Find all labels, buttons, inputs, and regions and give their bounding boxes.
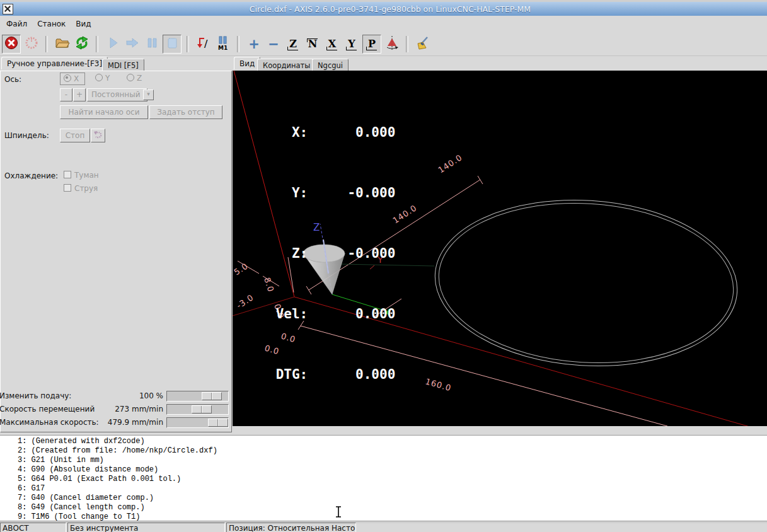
jog-speed-handle[interactable] xyxy=(192,405,212,413)
view-x-icon: X xyxy=(326,38,338,50)
gcode-line[interactable]: 3: G21 (Unit in mm) xyxy=(0,456,767,465)
jog-mode-dropdown-arrow-icon[interactable]: ▾ xyxy=(143,90,154,100)
feed-override-value: 100 % xyxy=(139,391,163,400)
tab-ngcgui[interactable]: Ngcgui xyxy=(312,59,349,71)
home-axis-button[interactable]: Найти начало оси xyxy=(60,105,148,119)
flood-checkbox-label: Струя xyxy=(74,184,98,193)
toolbar-separator xyxy=(96,36,98,52)
view-y-button[interactable]: Y xyxy=(343,35,360,53)
spindle-brake-button[interactable] xyxy=(91,129,105,142)
zoom-in-button[interactable]: + xyxy=(245,35,263,53)
tab-ngcgui-label: Ngcgui xyxy=(318,61,343,70)
preview-plot[interactable]: X Y Z 140.0 140.0 160.0 5.0 8.0 -3.0 0.0… xyxy=(233,71,767,426)
jog-mode-select[interactable]: Постоянный xyxy=(87,88,147,101)
view-x-button[interactable]: X xyxy=(323,35,341,53)
axis-radio-z[interactable]: Z xyxy=(127,74,142,83)
feed-override-slider[interactable] xyxy=(166,391,229,402)
gcode-line[interactable]: 7: G40 (Cancel diameter comp.) xyxy=(0,494,767,503)
manual-control-panel: Ось: X Y Z - + Постоянный ▾ Найти начало… xyxy=(0,71,232,432)
feed-override-label: Изменить подачу: xyxy=(0,391,71,400)
dimension-label: -3.0 xyxy=(234,292,255,311)
title-bar[interactable]: Circle.dxf - AXIS 2.6.0-pre0-3741-ge980c… xyxy=(0,2,767,16)
menu-view[interactable]: Вид xyxy=(71,17,96,31)
power-icon xyxy=(25,36,38,52)
coolant-mist-checkbox[interactable]: Туман xyxy=(64,171,99,180)
rotate-icon xyxy=(384,35,400,52)
max-velocity-slider[interactable] xyxy=(166,417,229,428)
spindle-stop-button[interactable]: Стоп xyxy=(60,129,90,142)
max-velocity-handle[interactable] xyxy=(208,419,228,427)
max-velocity-label: Максимальная скорость: xyxy=(0,418,99,427)
optional-stop-icon: M1 xyxy=(216,35,230,52)
dro-line-x: X: 0.000 xyxy=(268,122,395,142)
status-tool: Без инструмента xyxy=(67,523,225,532)
coolant-flood-checkbox[interactable]: Струя xyxy=(64,184,98,193)
tab-dro[interactable]: Координаты xyxy=(257,59,316,71)
zoom-in-icon: + xyxy=(248,38,260,50)
window-icon[interactable] xyxy=(3,4,13,14)
rotate-view-button[interactable] xyxy=(383,35,401,53)
coolant-label: Охлаждение: xyxy=(4,171,58,180)
view-perspective-button[interactable]: P xyxy=(362,35,381,54)
jog-speed-slider[interactable] xyxy=(166,404,229,415)
single-step-icon: / xyxy=(196,36,211,52)
max-velocity-row: Максимальная скорость: 479.9 mm/min xyxy=(1,417,231,429)
run-icon xyxy=(106,36,120,52)
zoom-out-button[interactable]: − xyxy=(265,35,282,53)
tab-preview-label: Вид xyxy=(239,59,255,68)
clear-plot-button[interactable] xyxy=(414,35,432,53)
jog-minus-button[interactable]: - xyxy=(60,88,72,101)
tab-dro-label: Координаты xyxy=(263,61,310,70)
axis-radio-x[interactable]: X xyxy=(60,72,85,85)
menu-file[interactable]: Файл xyxy=(1,17,32,31)
run-program-button[interactable] xyxy=(104,35,122,53)
dro-line-dtg: DTG: 0.000 xyxy=(268,364,395,385)
gcode-line[interactable]: 5: G64 P0.01 (Exact Path 0.001 tol.) xyxy=(0,475,767,484)
dro-line-vel: Vel: 0.000 xyxy=(268,304,395,324)
open-file-button[interactable] xyxy=(54,35,71,53)
spindle-label: Шпиндель: xyxy=(4,131,49,140)
zoom-out-icon: − xyxy=(268,38,279,50)
view-z-icon: Z xyxy=(287,38,299,50)
run-from-line-button[interactable] xyxy=(124,35,141,53)
gcode-listing[interactable]: 1: (Generated with dxf2code) 2: (Created… xyxy=(0,435,767,521)
optional-stop-button[interactable]: M1 xyxy=(214,35,232,53)
dimension-tick xyxy=(478,176,483,184)
estop-button[interactable] xyxy=(2,35,21,54)
feed-override-handle[interactable] xyxy=(202,392,222,400)
pause-program-button[interactable] xyxy=(143,35,161,53)
toolbar-separator xyxy=(406,36,408,52)
view-y-icon: Y xyxy=(345,38,358,50)
gcode-line[interactable]: 1: (Generated with dxf2code) xyxy=(0,437,767,446)
tab-manual-control[interactable]: Ручное управление-[F3] xyxy=(1,57,108,69)
gcode-line[interactable]: 2: (Created from file: /home/nkp/Circle.… xyxy=(0,446,767,456)
gcode-line[interactable]: 6: G17 xyxy=(0,484,767,494)
stop-program-button[interactable] xyxy=(163,35,182,54)
tab-mdi[interactable]: MDI [F5] xyxy=(102,59,144,71)
tab-manual-control-label: Ручное управление-[F3] xyxy=(7,59,102,68)
gcode-line[interactable]: 4: G90 (Absolute distance mode) xyxy=(0,465,767,475)
single-step-button[interactable]: / xyxy=(195,35,212,53)
machine-power-button[interactable] xyxy=(23,35,40,53)
open-folder-icon xyxy=(55,36,70,52)
dimension-label: 140.0 xyxy=(436,153,464,175)
jog-speed-row: Скорость перемещений 273 mm/min xyxy=(1,403,231,416)
tab-preview[interactable]: Вид xyxy=(234,57,260,69)
radio-x-label: X xyxy=(74,74,79,83)
menu-machine[interactable]: Станок xyxy=(32,17,71,31)
mist-checkbox-box xyxy=(64,171,71,178)
view-z-button[interactable]: Z xyxy=(284,35,302,53)
jog-plus-button[interactable]: + xyxy=(73,88,86,101)
axis-radio-y[interactable]: Y xyxy=(95,74,110,83)
view-z-rotated-button[interactable]: N xyxy=(304,35,321,53)
jog-speed-label: Скорость перемещений xyxy=(0,405,95,413)
program-circle xyxy=(430,192,742,375)
radio-z-indicator xyxy=(127,74,134,81)
ibeam-cursor-icon xyxy=(335,506,342,518)
radio-y-indicator xyxy=(95,74,103,81)
gcode-line[interactable]: 8: G49 (Cancel length comp.) xyxy=(0,503,767,512)
touch-off-button[interactable]: Задать отступ xyxy=(149,105,222,119)
reload-file-button[interactable] xyxy=(73,35,91,53)
dro-line-y: Y: -0.000 xyxy=(268,183,395,203)
status-estop: АВОСТ xyxy=(0,523,66,532)
